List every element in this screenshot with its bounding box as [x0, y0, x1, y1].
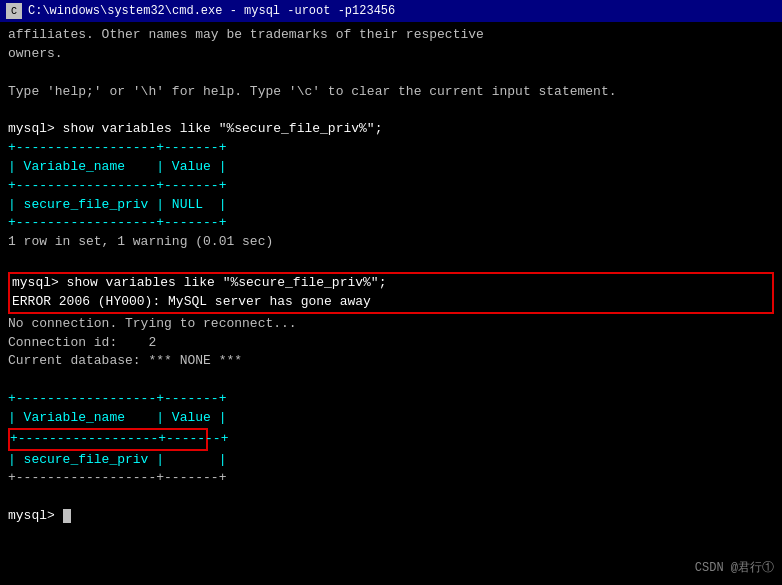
line-table1: +------------------+-------+: [8, 139, 774, 158]
line-table-header: | Variable_name | Value |: [8, 158, 774, 177]
cmd-icon: C: [6, 3, 22, 19]
watermark: CSDN @君行①: [695, 560, 774, 577]
line-cmd2: mysql> show variables like "%secure_file…: [12, 274, 770, 293]
line-empty1: [8, 64, 774, 83]
line-reconnect: No connection. Trying to reconnect...: [8, 315, 774, 334]
error-highlight-block: mysql> show variables like "%secure_file…: [8, 272, 774, 314]
terminal-content[interactable]: affiliates. Other names may be trademark…: [0, 22, 782, 585]
line-cmd1: mysql> show variables like "%secure_file…: [8, 120, 774, 139]
line-error: ERROR 2006 (HY000): MySQL server has gon…: [12, 293, 770, 312]
line-affiliates: affiliates. Other names may be trademark…: [8, 26, 774, 45]
line-table-row1: | secure_file_priv | NULL |: [8, 196, 774, 215]
line-table2: +------------------+-------+: [8, 177, 774, 196]
line-table6: | secure_file_priv | |: [8, 451, 774, 470]
line-empty4: [8, 371, 774, 390]
line-owners: owners.: [8, 45, 774, 64]
line-prompt[interactable]: mysql>: [8, 507, 774, 526]
line-rowset1: 1 row in set, 1 warning (0.01 sec): [8, 233, 774, 252]
line-table3: +------------------+-------+: [8, 214, 774, 233]
line-table5: | Variable_name | Value |: [8, 409, 774, 428]
line-empty5: [8, 488, 774, 507]
line-rowset2: +------------------+-------+: [8, 469, 774, 488]
cursor: [63, 509, 71, 523]
title-text: C:\windows\system32\cmd.exe - mysql -uro…: [28, 4, 395, 18]
title-bar: C C:\windows\system32\cmd.exe - mysql -u…: [0, 0, 782, 22]
line-help: Type 'help;' or '\h' for help. Type '\c'…: [8, 83, 774, 102]
line-connid: Connection id: 2: [8, 334, 774, 353]
row-highlight-block: +------------------+-------+: [8, 428, 208, 451]
terminal-window: C C:\windows\system32\cmd.exe - mysql -u…: [0, 0, 782, 585]
line-curdb: Current database: *** NONE ***: [8, 352, 774, 371]
line-empty2: [8, 101, 774, 120]
line-table-row2: +------------------+-------+: [10, 430, 206, 449]
line-empty3: [8, 252, 774, 271]
line-table-header2: +------------------+-------+: [8, 390, 774, 409]
